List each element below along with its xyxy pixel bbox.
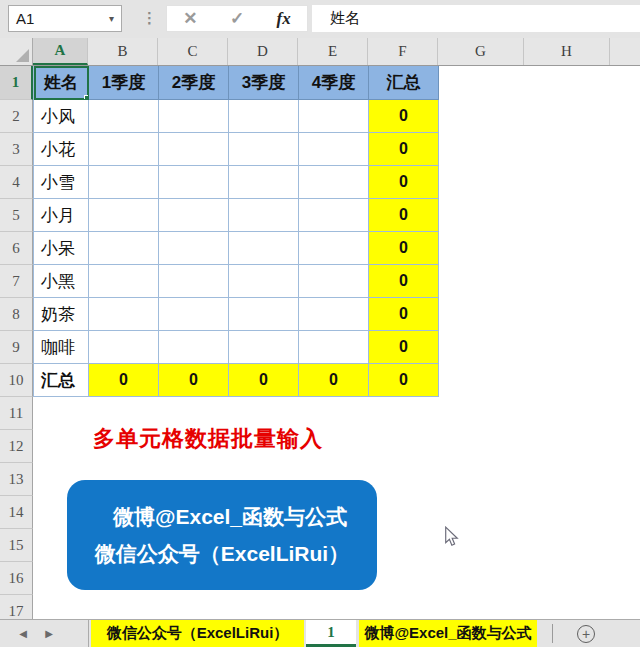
cell-b8[interactable] [89, 298, 159, 331]
cell-f5[interactable]: 0 [369, 199, 439, 232]
cell-d7[interactable] [229, 265, 299, 298]
add-sheet-icon[interactable]: + [577, 625, 595, 643]
cell-e1[interactable]: 4季度 [299, 66, 369, 100]
row-header-9[interactable]: 9 [0, 331, 33, 364]
cell-a1-selected[interactable]: 姓名 [34, 66, 89, 100]
cell-d8[interactable] [229, 298, 299, 331]
cell-b9[interactable] [89, 331, 159, 364]
row-header-4[interactable]: 4 [0, 166, 33, 199]
name-box[interactable]: A1 ▾ [8, 5, 122, 32]
cell-f6[interactable]: 0 [369, 232, 439, 265]
cell-a6[interactable]: 小呆 [34, 232, 89, 265]
cell-e6[interactable] [299, 232, 369, 265]
column-header-h[interactable]: H [524, 38, 610, 65]
cell-a8[interactable]: 奶茶 [34, 298, 89, 331]
formula-input[interactable]: 姓名 [312, 5, 640, 32]
insert-function-icon[interactable]: fx [277, 9, 291, 29]
cell-b10[interactable]: 0 [89, 364, 159, 397]
cell-a3[interactable]: 小花 [34, 133, 89, 166]
cell-c1[interactable]: 2季度 [159, 66, 229, 100]
column-header-c[interactable]: C [158, 38, 228, 65]
worksheet-area[interactable]: 1 2 3 4 5 6 7 8 9 10 11 12 13 14 15 16 1… [0, 66, 640, 619]
cell-b2[interactable] [89, 100, 159, 133]
cell-d1[interactable]: 3季度 [229, 66, 299, 100]
row-header-3[interactable]: 3 [0, 133, 33, 166]
cell-e7[interactable] [299, 265, 369, 298]
cell-d2[interactable] [229, 100, 299, 133]
cell-c9[interactable] [159, 331, 229, 364]
row-header-14[interactable]: 14 [0, 496, 33, 529]
row-header-7[interactable]: 7 [0, 265, 33, 298]
cell-c6[interactable] [159, 232, 229, 265]
cell-c4[interactable] [159, 166, 229, 199]
cell-a7[interactable]: 小黑 [34, 265, 89, 298]
cell-f8[interactable]: 0 [369, 298, 439, 331]
cell-b5[interactable] [89, 199, 159, 232]
cell-f10[interactable]: 0 [369, 364, 439, 397]
cell-f4[interactable]: 0 [369, 166, 439, 199]
sheet-tab-active[interactable]: 1 [306, 620, 356, 647]
row-header-2[interactable]: 2 [0, 100, 33, 133]
cell-c2[interactable] [159, 100, 229, 133]
cell-e3[interactable] [299, 133, 369, 166]
column-header-f[interactable]: F [368, 38, 438, 65]
cell-c5[interactable] [159, 199, 229, 232]
cell-d4[interactable] [229, 166, 299, 199]
row-header-13[interactable]: 13 [0, 463, 33, 496]
row-header-5[interactable]: 5 [0, 199, 33, 232]
cell-a2[interactable]: 小风 [34, 100, 89, 133]
cell-b6[interactable] [89, 232, 159, 265]
cell-d10[interactable]: 0 [229, 364, 299, 397]
column-header-b[interactable]: B [88, 38, 158, 65]
cell-a4[interactable]: 小雪 [34, 166, 89, 199]
cell-b3[interactable] [89, 133, 159, 166]
row-header-11[interactable]: 11 [0, 397, 33, 430]
cell-b1[interactable]: 1季度 [89, 66, 159, 100]
cell-a5[interactable]: 小月 [34, 199, 89, 232]
enter-icon[interactable]: ✓ [230, 8, 244, 29]
row-header-10[interactable]: 10 [0, 364, 33, 397]
cell-f3[interactable]: 0 [369, 133, 439, 166]
row-header-1[interactable]: 1 [0, 66, 33, 100]
sheet-tab-wechat[interactable]: 微信公众号（ExcelLiRui） [91, 620, 306, 647]
row-header-17[interactable]: 17 [0, 595, 33, 619]
row-header-6[interactable]: 6 [0, 232, 33, 265]
cell-f9[interactable]: 0 [369, 331, 439, 364]
select-all-button[interactable] [0, 38, 33, 65]
cell-d3[interactable] [229, 133, 299, 166]
fill-handle[interactable] [84, 95, 89, 100]
column-header-a[interactable]: A [33, 38, 88, 65]
cell-f7[interactable]: 0 [369, 265, 439, 298]
cell-a10[interactable]: 汇总 [34, 364, 89, 397]
row-header-8[interactable]: 8 [0, 298, 33, 331]
row-header-15[interactable]: 15 [0, 529, 33, 562]
column-header-d[interactable]: D [228, 38, 298, 65]
cell-e2[interactable] [299, 100, 369, 133]
cell-c7[interactable] [159, 265, 229, 298]
cell-d6[interactable] [229, 232, 299, 265]
row-header-12[interactable]: 12 [0, 430, 33, 463]
cell-e8[interactable] [299, 298, 369, 331]
prev-sheet-icon[interactable]: ◀ [16, 628, 30, 639]
cell-e4[interactable] [299, 166, 369, 199]
cancel-icon[interactable]: ✕ [183, 8, 197, 29]
cell-f1[interactable]: 汇总 [369, 66, 439, 100]
cell-d5[interactable] [229, 199, 299, 232]
cell-d9[interactable] [229, 331, 299, 364]
cell-e10[interactable]: 0 [299, 364, 369, 397]
cell-c8[interactable] [159, 298, 229, 331]
next-sheet-icon[interactable]: ▶ [42, 628, 56, 639]
cell-e5[interactable] [299, 199, 369, 232]
chevron-down-icon[interactable]: ▾ [109, 13, 121, 24]
cell-b7[interactable] [89, 265, 159, 298]
column-header-e[interactable]: E [298, 38, 368, 65]
row-header-16[interactable]: 16 [0, 562, 33, 595]
cell-a9[interactable]: 咖啡 [34, 331, 89, 364]
sheet-tab-weibo[interactable]: 微博@Excel_函数与公式 [359, 620, 539, 647]
cell-c10[interactable]: 0 [159, 364, 229, 397]
cell-e9[interactable] [299, 331, 369, 364]
cell-c3[interactable] [159, 133, 229, 166]
cell-b4[interactable] [89, 166, 159, 199]
cell-f2[interactable]: 0 [369, 100, 439, 133]
column-header-g[interactable]: G [438, 38, 524, 65]
